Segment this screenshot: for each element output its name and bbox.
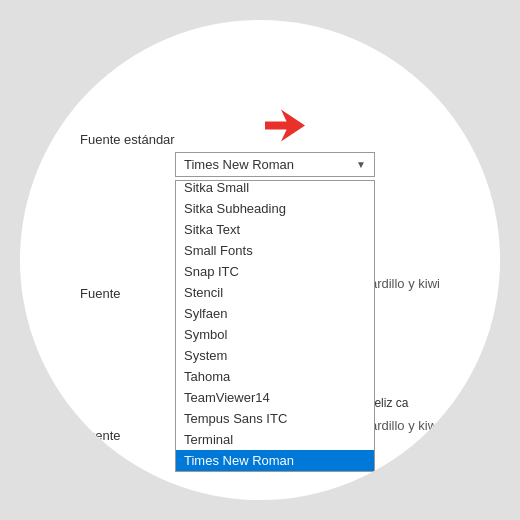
list-item[interactable]: Tahoma: [176, 366, 374, 387]
fuente-text-2: Fuente: [80, 428, 120, 443]
chevron-down-icon: ▼: [356, 159, 366, 170]
font-select-header[interactable]: Times New Roman ▼: [175, 152, 375, 177]
list-item[interactable]: Sitka Text: [176, 219, 374, 240]
svg-marker-0: [265, 110, 305, 142]
font-select-box[interactable]: Times New Roman ▼: [175, 152, 375, 177]
list-item[interactable]: Snap ITC: [176, 261, 374, 282]
list-item[interactable]: TeamViewer14: [176, 387, 374, 408]
fuente-estandar-label: Fuente estándar: [80, 132, 175, 147]
fuente-text-1: Fuente: [80, 286, 120, 301]
list-item[interactable]: Terminal: [176, 429, 374, 450]
list-item[interactable]: Tempus Sans ITC: [176, 408, 374, 429]
font-dropdown-inner[interactable]: Showcard GothicSimSunSimSun-ExtBSitka Ba…: [176, 181, 374, 471]
fuente-label-2: Fuente: [80, 428, 120, 443]
list-item[interactable]: Sitka Subheading: [176, 198, 374, 219]
red-arrow-icon: [265, 108, 305, 143]
list-item[interactable]: Small Fonts: [176, 240, 374, 261]
fuente-label-1: Fuente: [80, 286, 120, 301]
font-select-value: Times New Roman: [184, 157, 356, 172]
content-area: Fuente estándar Times New Roman ▼ Showca…: [80, 80, 440, 440]
list-item[interactable]: System: [176, 345, 374, 366]
list-item[interactable]: Sitka Small: [176, 181, 374, 198]
fuente-estandar-text: Fuente estándar: [80, 132, 175, 147]
list-item[interactable]: Sylfaen: [176, 303, 374, 324]
main-circle: Fuente estándar Times New Roman ▼ Showca…: [20, 20, 500, 500]
list-item[interactable]: Times New Roman: [176, 450, 374, 471]
list-item[interactable]: Symbol: [176, 324, 374, 345]
list-item[interactable]: Stencil: [176, 282, 374, 303]
font-dropdown-list[interactable]: Showcard GothicSimSunSimSun-ExtBSitka Ba…: [175, 180, 375, 472]
